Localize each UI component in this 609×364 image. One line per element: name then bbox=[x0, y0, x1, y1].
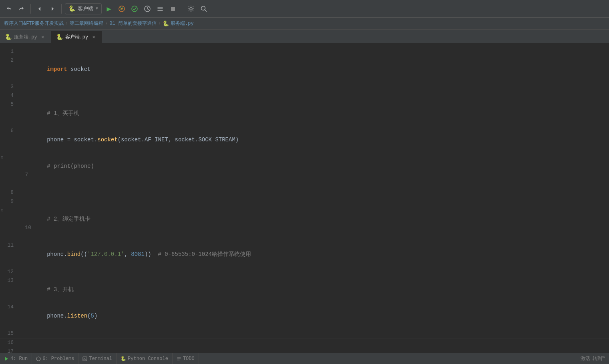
line-num-3: 3 bbox=[0, 82, 20, 91]
bottom-right-area: 激活 转到™ bbox=[577, 355, 609, 362]
terminal-label: Terminal bbox=[89, 356, 112, 362]
line-content-15 bbox=[20, 329, 605, 338]
line-content-9 bbox=[20, 197, 605, 206]
svg-point-2 bbox=[132, 6, 137, 12]
python-console-icon: 🐍 bbox=[121, 356, 126, 361]
goto-label[interactable]: 转到™ bbox=[593, 355, 605, 362]
problems-label: 6: Problems bbox=[42, 356, 74, 362]
run-btn[interactable]: ▶ bbox=[103, 3, 115, 14]
breadcrumb: 程序入门&FTP服务开发实战 › 第二章网络编程 › 01 简单的套接字通信 ›… bbox=[0, 18, 609, 30]
profile-btn[interactable] bbox=[142, 3, 153, 14]
tab-server-icon: 🐍 bbox=[5, 34, 12, 40]
code-line-7: ⊖ 7 # print(phone) bbox=[0, 153, 609, 188]
problems-panel-btn[interactable]: ! 6: Problems bbox=[32, 353, 78, 364]
bottom-bar: 4: Run ! 6: Problems Terminal 🐍 Python C… bbox=[0, 353, 609, 364]
line-content-12 bbox=[20, 267, 605, 276]
line-content-2: import socket bbox=[20, 56, 605, 82]
line-num-13: 13 bbox=[0, 276, 20, 285]
fold-icon-7[interactable]: ⊖ bbox=[1, 153, 4, 162]
activate-label[interactable]: 激活 bbox=[581, 355, 590, 362]
line-num-5: 5 bbox=[0, 100, 20, 109]
run-config-dropdown[interactable]: 🐍 客户端 ▼ bbox=[65, 3, 102, 14]
python-console-btn[interactable]: 🐍 Python Console bbox=[117, 353, 173, 364]
todo-icon bbox=[177, 356, 181, 361]
code-line-11: 11 phone.bind(('127.0.0.1', 8081)) # 0-6… bbox=[0, 241, 609, 267]
code-line-15: 15 bbox=[0, 329, 609, 338]
tab-server[interactable]: 🐍 服务端.py ✕ bbox=[0, 31, 51, 43]
code-line-4: 4 bbox=[0, 91, 609, 100]
run-label: 4: Run bbox=[10, 356, 28, 362]
settings-btn[interactable] bbox=[185, 3, 197, 14]
line-content-4 bbox=[20, 91, 605, 100]
breadcrumb-sep2: › bbox=[105, 21, 108, 26]
code-line-13: 13 # 3、开机 bbox=[0, 276, 609, 303]
line-content-7: # print(phone) bbox=[20, 153, 605, 179]
run-config-label: 客户端 bbox=[78, 5, 93, 12]
tab-client-close[interactable]: ✕ bbox=[90, 34, 97, 40]
line-content-13: # 3、开机 bbox=[20, 276, 605, 303]
code-line-17: 17 # 4、等电话链接 bbox=[0, 347, 609, 353]
line-num-10: ⊖ 10 bbox=[0, 206, 20, 241]
search-btn[interactable] bbox=[198, 3, 209, 14]
dropdown-arrow-icon: ▼ bbox=[96, 6, 98, 11]
breadcrumb-sep1: › bbox=[65, 21, 68, 26]
python-console-label: Python Console bbox=[128, 356, 168, 362]
line-content-5: # 1、买手机 bbox=[20, 100, 605, 127]
line-num-12: 12 bbox=[0, 267, 20, 276]
line-num-16: 16 bbox=[0, 338, 20, 347]
code-line-2: 2 import socket bbox=[0, 56, 609, 82]
stop-btn[interactable] bbox=[167, 3, 179, 14]
undo-btn[interactable] bbox=[3, 3, 14, 14]
line-content-16 bbox=[20, 338, 605, 347]
line-num-8: 8 bbox=[0, 188, 20, 197]
code-line-6: 6 phone = socket.socket(socket.AF_INET, … bbox=[0, 127, 609, 153]
tabs-bar: 🐍 服务端.py ✕ 🐍 客户端.py ✕ bbox=[0, 30, 609, 43]
line-content-10: # 2、绑定手机卡 bbox=[20, 206, 605, 232]
line-num-17: 17 bbox=[0, 347, 20, 353]
tab-server-label: 服务端.py bbox=[14, 34, 37, 40]
breadcrumb-root[interactable]: 程序入门&FTP服务开发实战 bbox=[4, 20, 64, 27]
breadcrumb-sep3: › bbox=[158, 21, 161, 26]
tab-server-close[interactable]: ✕ bbox=[40, 34, 46, 40]
forward-btn[interactable] bbox=[47, 3, 58, 14]
concurrency-btn[interactable] bbox=[155, 3, 166, 14]
sep2 bbox=[61, 4, 62, 14]
svg-point-5 bbox=[190, 8, 192, 10]
terminal-panel-btn[interactable]: Terminal bbox=[78, 353, 117, 364]
back-btn[interactable] bbox=[34, 3, 45, 14]
line-content-1 bbox=[20, 47, 605, 56]
code-line-12: 12 bbox=[0, 267, 609, 276]
todo-panel-btn[interactable]: TODO bbox=[173, 353, 199, 364]
svg-rect-10 bbox=[83, 357, 87, 361]
line-content-3 bbox=[20, 82, 605, 91]
debug-btn[interactable] bbox=[116, 3, 127, 14]
tab-client-label: 客户端.py bbox=[65, 34, 88, 40]
breadcrumb-section[interactable]: 01 简单的套接字通信 bbox=[109, 20, 157, 27]
run-panel-btn[interactable]: 4: Run bbox=[0, 353, 32, 364]
breadcrumb-file[interactable]: 服务端.py bbox=[171, 20, 194, 27]
tab-client[interactable]: 🐍 客户端.py ✕ bbox=[51, 31, 103, 43]
sep3 bbox=[182, 4, 182, 14]
line-content-6: phone = socket.socket(socket.AF_INET, so… bbox=[20, 127, 605, 153]
editor-area: 1 2 import socket 3 4 5 # 1、买手机 bbox=[0, 43, 609, 353]
fold-icon-10[interactable]: ⊖ bbox=[1, 206, 4, 215]
toolbar: 🐍 客户端 ▼ ▶ bbox=[0, 0, 609, 18]
line-num-9: 9 bbox=[0, 197, 20, 206]
svg-point-1 bbox=[121, 8, 123, 10]
breadcrumb-file-icon: 🐍 bbox=[163, 20, 169, 27]
code-line-10: ⊖ 10 # 2、绑定手机卡 bbox=[0, 206, 609, 241]
line-num-14: 14 bbox=[0, 303, 20, 312]
redo-btn[interactable] bbox=[16, 3, 27, 14]
terminal-icon bbox=[82, 356, 87, 361]
line-content-14: phone.listen(5) bbox=[20, 303, 605, 329]
code-line-3: 3 bbox=[0, 82, 609, 91]
line-content-11: phone.bind(('127.0.0.1', 8081)) # 0-6553… bbox=[20, 241, 605, 267]
problems-icon: ! bbox=[36, 356, 41, 361]
svg-marker-7 bbox=[5, 357, 8, 361]
line-num-2: 2 bbox=[0, 56, 20, 65]
line-num-7: ⊖ 7 bbox=[0, 153, 20, 188]
line-num-1: 1 bbox=[0, 47, 20, 56]
code-editor[interactable]: 1 2 import socket 3 4 5 # 1、买手机 bbox=[0, 43, 609, 353]
coverage-btn[interactable] bbox=[129, 3, 140, 14]
breadcrumb-chapter[interactable]: 第二章网络编程 bbox=[70, 20, 103, 27]
